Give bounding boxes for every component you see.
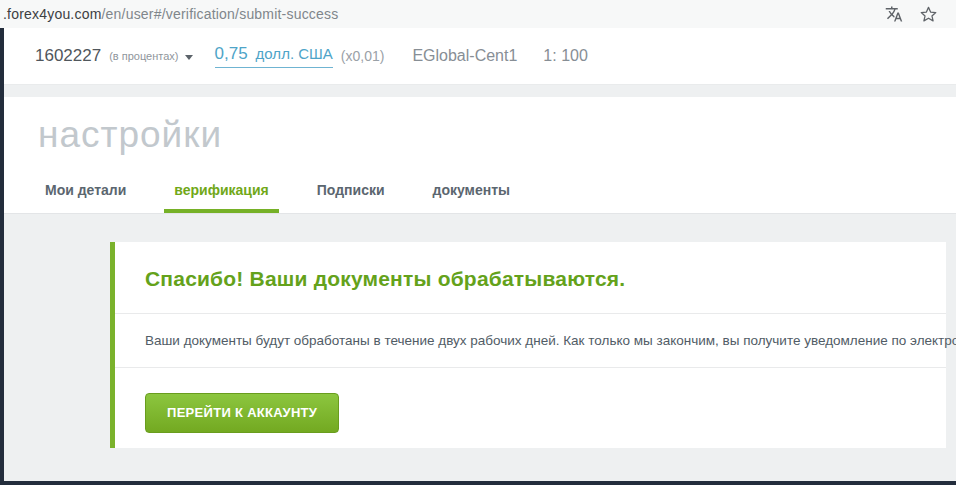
success-heading: Спасибо! Ваши документы обрабатываются. bbox=[145, 267, 916, 291]
url-domain: .forex4you.com bbox=[3, 6, 102, 22]
page-title: настройки bbox=[4, 97, 956, 170]
balance-multiplier: (x0,01) bbox=[341, 48, 385, 64]
account-leverage: 1: 100 bbox=[543, 47, 587, 65]
tab-my-details[interactable]: Мои детали bbox=[35, 170, 136, 213]
success-card: Спасибо! Ваши документы обрабатываются. … bbox=[110, 242, 946, 448]
url-path: /en/user#/verification/submit-success bbox=[102, 6, 339, 22]
account-mode-label[interactable]: (в процентах) bbox=[109, 50, 178, 62]
url-text[interactable]: .forex4you.com/en/user#/verification/sub… bbox=[3, 6, 338, 22]
account-type: EGlobal-Cent1 bbox=[412, 47, 517, 65]
app-window: 1602227 (в процентах) 0,75 долл. США (x0… bbox=[0, 28, 956, 485]
success-message: Ваши документы будут обработаны в течени… bbox=[145, 333, 936, 348]
tab-documents[interactable]: документы bbox=[423, 170, 520, 213]
star-icon[interactable] bbox=[919, 5, 938, 24]
footer-strip bbox=[4, 481, 956, 485]
tab-bar: Мои детали верификация Подписки документ… bbox=[4, 170, 956, 214]
tab-subscriptions[interactable]: Подписки bbox=[307, 170, 395, 213]
balance-value: 0,75 bbox=[215, 44, 248, 64]
caret-down-icon[interactable] bbox=[185, 55, 193, 60]
balance-link[interactable]: 0,75 долл. США bbox=[215, 44, 333, 68]
header-panel-gap bbox=[4, 85, 956, 97]
tab-verification[interactable]: верификация bbox=[164, 170, 278, 213]
account-number: 1602227 bbox=[35, 46, 101, 66]
translate-icon[interactable] bbox=[885, 5, 903, 23]
account-header-bar: 1602227 (в процентах) 0,75 долл. США (x0… bbox=[4, 28, 956, 85]
go-to-account-button[interactable]: ПЕРЕЙТИ К АККАУНТУ bbox=[145, 393, 339, 433]
content-area: Спасибо! Ваши документы обрабатываются. … bbox=[4, 214, 956, 448]
settings-panel: настройки Мои детали верификация Подписк… bbox=[4, 97, 956, 214]
balance-currency: долл. США bbox=[256, 45, 333, 62]
browser-address-bar: .forex4you.com/en/user#/verification/sub… bbox=[0, 0, 956, 28]
